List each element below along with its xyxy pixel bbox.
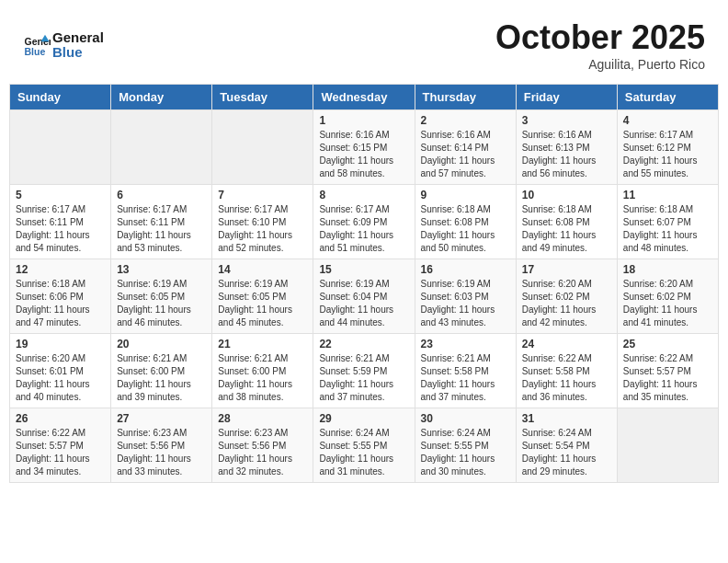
day-number: 19 <box>16 338 105 350</box>
day-number: 16 <box>421 263 510 276</box>
day-info: Sunrise: 6:18 AMSunset: 6:06 PMDaylight:… <box>16 278 105 329</box>
table-row: 11Sunrise: 6:18 AMSunset: 6:07 PMDayligh… <box>617 185 718 259</box>
day-number: 13 <box>117 263 206 276</box>
logo-blue-text: Blue <box>52 44 83 60</box>
table-row: 23Sunrise: 6:21 AMSunset: 5:58 PMDayligh… <box>415 334 516 408</box>
col-saturday: Saturday <box>617 85 718 110</box>
col-monday: Monday <box>111 85 212 110</box>
day-number: 29 <box>319 412 408 425</box>
col-tuesday: Tuesday <box>212 85 313 110</box>
calendar-week-row: 1Sunrise: 6:16 AMSunset: 6:15 PMDaylight… <box>10 110 719 185</box>
logo: General Blue General Blue <box>23 30 104 61</box>
day-number: 14 <box>218 263 307 276</box>
day-number: 17 <box>522 263 611 276</box>
table-row: 14Sunrise: 6:19 AMSunset: 6:05 PMDayligh… <box>212 259 313 334</box>
svg-text:Blue: Blue <box>25 46 46 57</box>
logo-icon: General Blue <box>23 31 51 59</box>
day-number: 3 <box>522 114 611 127</box>
day-info: Sunrise: 6:20 AMSunset: 6:02 PMDaylight:… <box>623 278 712 329</box>
calendar-table: Sunday Monday Tuesday Wednesday Thursday… <box>9 84 719 483</box>
day-info: Sunrise: 6:22 AMSunset: 5:57 PMDaylight:… <box>623 352 712 404</box>
table-row <box>617 408 718 483</box>
day-number: 10 <box>522 189 611 201</box>
day-info: Sunrise: 6:23 AMSunset: 5:56 PMDaylight:… <box>218 427 307 478</box>
table-row: 31Sunrise: 6:24 AMSunset: 5:54 PMDayligh… <box>516 408 617 483</box>
day-number: 2 <box>421 114 510 127</box>
day-info: Sunrise: 6:24 AMSunset: 5:54 PMDaylight:… <box>522 427 611 478</box>
day-number: 25 <box>623 338 712 350</box>
day-number: 31 <box>522 412 611 425</box>
day-info: Sunrise: 6:22 AMSunset: 5:57 PMDaylight:… <box>16 427 105 478</box>
day-info: Sunrise: 6:17 AMSunset: 6:12 PMDaylight:… <box>623 129 712 180</box>
table-row: 30Sunrise: 6:24 AMSunset: 5:55 PMDayligh… <box>415 408 516 483</box>
day-number: 12 <box>16 263 105 276</box>
day-info: Sunrise: 6:20 AMSunset: 6:02 PMDaylight:… <box>522 278 611 329</box>
calendar-week-row: 26Sunrise: 6:22 AMSunset: 5:57 PMDayligh… <box>10 408 719 483</box>
table-row <box>111 110 212 185</box>
col-wednesday: Wednesday <box>313 85 415 110</box>
table-row: 2Sunrise: 6:16 AMSunset: 6:14 PMDaylight… <box>415 110 516 185</box>
day-info: Sunrise: 6:22 AMSunset: 5:58 PMDaylight:… <box>522 352 611 404</box>
table-row: 17Sunrise: 6:20 AMSunset: 6:02 PMDayligh… <box>516 259 617 334</box>
day-number: 18 <box>623 263 712 276</box>
day-number: 11 <box>623 189 712 201</box>
day-info: Sunrise: 6:21 AMSunset: 6:00 PMDaylight:… <box>218 352 307 404</box>
table-row: 24Sunrise: 6:22 AMSunset: 5:58 PMDayligh… <box>516 334 617 408</box>
table-row: 8Sunrise: 6:17 AMSunset: 6:09 PMDaylight… <box>313 185 415 259</box>
table-row: 13Sunrise: 6:19 AMSunset: 6:05 PMDayligh… <box>111 259 212 334</box>
table-row <box>10 110 111 185</box>
day-info: Sunrise: 6:24 AMSunset: 5:55 PMDaylight:… <box>421 427 510 478</box>
day-info: Sunrise: 6:18 AMSunset: 6:08 PMDaylight:… <box>421 203 510 255</box>
day-number: 24 <box>522 338 611 350</box>
table-row: 25Sunrise: 6:22 AMSunset: 5:57 PMDayligh… <box>617 334 718 408</box>
day-info: Sunrise: 6:16 AMSunset: 6:13 PMDaylight:… <box>522 129 611 180</box>
day-info: Sunrise: 6:21 AMSunset: 5:58 PMDaylight:… <box>421 352 510 404</box>
col-sunday: Sunday <box>10 85 111 110</box>
day-number: 8 <box>319 189 408 201</box>
col-thursday: Thursday <box>415 85 516 110</box>
day-number: 22 <box>319 338 408 350</box>
day-info: Sunrise: 6:23 AMSunset: 5:56 PMDaylight:… <box>117 427 206 478</box>
day-number: 21 <box>218 338 307 350</box>
day-info: Sunrise: 6:20 AMSunset: 6:01 PMDaylight:… <box>16 352 105 404</box>
calendar-week-row: 19Sunrise: 6:20 AMSunset: 6:01 PMDayligh… <box>10 334 719 408</box>
table-row: 18Sunrise: 6:20 AMSunset: 6:02 PMDayligh… <box>617 259 718 334</box>
day-number: 1 <box>319 114 408 127</box>
table-row: 9Sunrise: 6:18 AMSunset: 6:08 PMDaylight… <box>415 185 516 259</box>
day-number: 5 <box>16 189 105 201</box>
table-row: 29Sunrise: 6:24 AMSunset: 5:55 PMDayligh… <box>313 408 415 483</box>
day-info: Sunrise: 6:17 AMSunset: 6:11 PMDaylight:… <box>117 203 206 255</box>
table-row: 19Sunrise: 6:20 AMSunset: 6:01 PMDayligh… <box>10 334 111 408</box>
day-info: Sunrise: 6:19 AMSunset: 6:03 PMDaylight:… <box>421 278 510 329</box>
day-info: Sunrise: 6:17 AMSunset: 6:09 PMDaylight:… <box>319 203 408 255</box>
table-row: 5Sunrise: 6:17 AMSunset: 6:11 PMDaylight… <box>10 185 111 259</box>
table-row: 12Sunrise: 6:18 AMSunset: 6:06 PMDayligh… <box>10 259 111 334</box>
day-number: 30 <box>421 412 510 425</box>
day-number: 7 <box>218 189 307 201</box>
day-info: Sunrise: 6:19 AMSunset: 6:05 PMDaylight:… <box>117 278 206 329</box>
title-block: October 2025 Aguilita, Puerto Rico <box>495 18 705 72</box>
day-number: 27 <box>117 412 206 425</box>
day-info: Sunrise: 6:21 AMSunset: 6:00 PMDaylight:… <box>117 352 206 404</box>
calendar-header-row: Sunday Monday Tuesday Wednesday Thursday… <box>10 85 719 110</box>
table-row: 27Sunrise: 6:23 AMSunset: 5:56 PMDayligh… <box>111 408 212 483</box>
day-info: Sunrise: 6:19 AMSunset: 6:05 PMDaylight:… <box>218 278 307 329</box>
table-row: 10Sunrise: 6:18 AMSunset: 6:08 PMDayligh… <box>516 185 617 259</box>
col-friday: Friday <box>516 85 617 110</box>
day-number: 4 <box>623 114 712 127</box>
calendar-week-row: 12Sunrise: 6:18 AMSunset: 6:06 PMDayligh… <box>10 259 719 334</box>
logo-general-text: General <box>52 29 104 45</box>
day-info: Sunrise: 6:16 AMSunset: 6:15 PMDaylight:… <box>319 129 408 180</box>
table-row: 20Sunrise: 6:21 AMSunset: 6:00 PMDayligh… <box>111 334 212 408</box>
day-info: Sunrise: 6:17 AMSunset: 6:11 PMDaylight:… <box>16 203 105 255</box>
day-info: Sunrise: 6:18 AMSunset: 6:08 PMDaylight:… <box>522 203 611 255</box>
table-row <box>212 110 313 185</box>
table-row: 7Sunrise: 6:17 AMSunset: 6:10 PMDaylight… <box>212 185 313 259</box>
table-row: 22Sunrise: 6:21 AMSunset: 5:59 PMDayligh… <box>313 334 415 408</box>
day-info: Sunrise: 6:16 AMSunset: 6:14 PMDaylight:… <box>421 129 510 180</box>
location-subtitle: Aguilita, Puerto Rico <box>495 57 705 72</box>
table-row: 28Sunrise: 6:23 AMSunset: 5:56 PMDayligh… <box>212 408 313 483</box>
day-number: 6 <box>117 189 206 201</box>
table-row: 21Sunrise: 6:21 AMSunset: 6:00 PMDayligh… <box>212 334 313 408</box>
table-row: 26Sunrise: 6:22 AMSunset: 5:57 PMDayligh… <box>10 408 111 483</box>
